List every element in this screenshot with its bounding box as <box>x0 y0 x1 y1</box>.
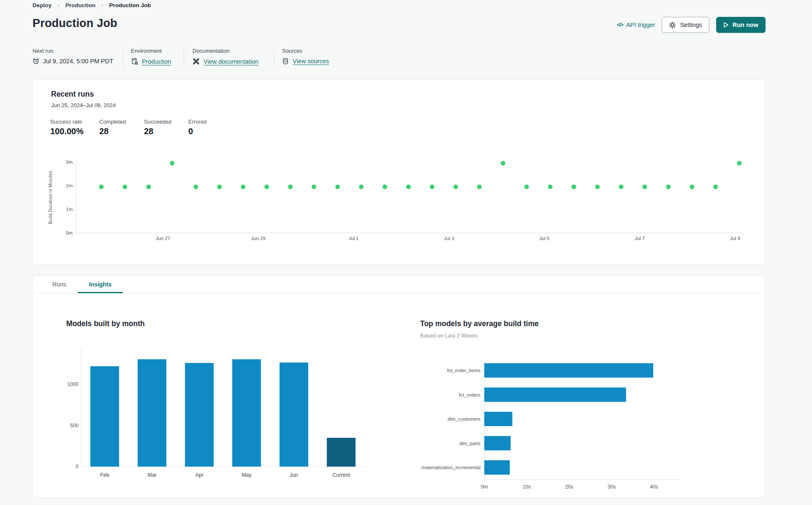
run-duration-point[interactable] <box>99 184 104 189</box>
view-sources-link[interactable]: View sources <box>293 58 329 65</box>
run-duration-point[interactable] <box>477 184 482 189</box>
run-now-button[interactable]: Run now <box>716 17 766 33</box>
code-icon: </> <box>617 22 623 28</box>
documentation-label: Documentation <box>193 48 258 54</box>
run-duration-point[interactable] <box>454 184 458 189</box>
run-duration-point[interactable] <box>122 184 127 189</box>
y-tick-label: 3m <box>66 159 73 165</box>
run-duration-point[interactable] <box>548 184 553 189</box>
settings-button[interactable]: Settings <box>662 17 709 33</box>
build-time-bar <box>484 460 510 475</box>
stat-errored: Errored 0 <box>188 119 206 136</box>
breadcrumb-separator-icon: › <box>57 2 60 8</box>
divider <box>123 49 123 68</box>
run-duration-point[interactable] <box>430 184 435 189</box>
page-title: Production Job <box>33 17 117 30</box>
sources-database-icon <box>282 58 289 65</box>
x-tick-label: Jul 9 <box>730 236 740 241</box>
run-duration-point[interactable] <box>288 184 293 189</box>
run-duration-point[interactable] <box>359 184 364 189</box>
run-duration-point[interactable] <box>595 184 600 189</box>
info-environment: Environment Production <box>131 48 171 65</box>
run-duration-point[interactable] <box>619 184 623 189</box>
run-duration-point[interactable] <box>713 184 718 189</box>
recent-runs-date-range: Jun 25, 2024–Jul 09, 2024 <box>51 102 116 108</box>
run-duration-point[interactable] <box>264 184 269 189</box>
run-duration-point[interactable] <box>524 184 529 189</box>
x-tick-label: Jul 5 <box>539 236 549 241</box>
category-label: May <box>242 472 252 478</box>
run-duration-point[interactable] <box>383 184 387 189</box>
next-run-value: Jul 9, 2024, 5:00 PM PDT <box>43 58 113 65</box>
info-sources: Sources View sources <box>282 48 329 65</box>
run-duration-point[interactable] <box>241 184 245 189</box>
job-info-bar: Next run Jul 9, 2024, 5:00 PM PDT Enviro… <box>0 48 812 70</box>
play-icon <box>723 22 729 28</box>
divider <box>184 49 184 68</box>
category-label: Feb <box>100 472 109 478</box>
run-now-label: Run now <box>733 22 758 28</box>
month-bar <box>185 363 214 467</box>
model-name-label: fct_orders <box>459 392 481 397</box>
run-duration-point[interactable] <box>642 184 647 189</box>
y-tick-label: 1m <box>66 207 73 212</box>
run-duration-point[interactable] <box>737 161 741 165</box>
run-duration-point[interactable] <box>335 184 340 189</box>
month-bar <box>232 359 261 467</box>
build-time-hbar-chart: fct_order_itemsfct_ordersdim_customersdi… <box>405 354 701 496</box>
breadcrumb-production[interactable]: Production <box>65 2 95 8</box>
model-name-label: materialization_incremental <box>421 465 481 470</box>
run-duration-point[interactable] <box>312 184 316 189</box>
run-duration-point[interactable] <box>193 184 198 189</box>
model-name-label: dim_parts <box>459 441 481 446</box>
divider <box>274 49 274 68</box>
run-duration-point[interactable] <box>501 161 505 165</box>
view-documentation-link[interactable]: View documentation <box>204 58 258 65</box>
x-tick-label: Jul 1 <box>348 236 358 241</box>
run-duration-point[interactable] <box>406 184 411 189</box>
tab-insights[interactable]: Insights <box>78 276 123 293</box>
models-built-chart-title: Models built by month <box>66 319 145 328</box>
x-tick-label: 0m <box>481 484 488 490</box>
tab-bar: Runs Insights <box>33 276 765 293</box>
models-built-bar-chart: 05001000FebMarAprMayJunCurrent <box>63 346 376 481</box>
recent-runs-title: Recent runs <box>51 90 94 99</box>
api-trigger-label: API trigger <box>626 22 655 28</box>
month-bar <box>138 359 166 467</box>
stat-completed: Completed 28 <box>99 119 144 136</box>
x-tick-label: Jul 3 <box>444 236 454 241</box>
recent-runs-stats: Success rate 100.00% Completed 28 Succee… <box>50 119 206 136</box>
breadcrumb-deploy[interactable]: Deploy <box>33 2 52 8</box>
model-name-label: fct_order_items <box>447 368 481 373</box>
run-duration-point[interactable] <box>572 184 576 189</box>
category-label: Current <box>332 472 350 478</box>
settings-label: Settings <box>680 22 702 28</box>
x-tick-label: Jun 29 <box>251 236 266 241</box>
run-duration-point[interactable] <box>666 184 671 189</box>
y-axis-title: Build Duration in Minutes <box>48 171 53 224</box>
category-label: Jun <box>290 472 298 478</box>
run-duration-point[interactable] <box>217 184 222 189</box>
next-run-label: Next run <box>33 48 113 54</box>
build-time-bar <box>484 388 626 402</box>
run-duration-point[interactable] <box>146 184 151 189</box>
alarm-clock-icon <box>33 58 39 65</box>
month-bar <box>90 366 119 467</box>
run-duration-point[interactable] <box>690 184 694 189</box>
header-actions: </> API trigger Settings <box>617 17 766 33</box>
build-time-bar <box>484 436 511 451</box>
breadcrumb: Deploy › Production › Production Job <box>33 2 151 8</box>
month-bar <box>327 438 356 467</box>
y-tick-label: 500 <box>70 423 79 429</box>
api-trigger-link[interactable]: </> API trigger <box>617 22 655 28</box>
sources-label: Sources <box>282 48 329 54</box>
run-duration-point[interactable] <box>170 161 174 165</box>
build-time-bar <box>484 412 512 426</box>
y-tick-label: 2m <box>66 183 73 188</box>
category-label: Mar <box>147 472 157 478</box>
environment-link[interactable]: Production <box>142 58 171 65</box>
tab-runs[interactable]: Runs <box>41 276 78 293</box>
gear-icon <box>669 22 676 29</box>
environment-database-icon <box>131 58 138 65</box>
y-tick-label: 1000 <box>67 381 79 387</box>
